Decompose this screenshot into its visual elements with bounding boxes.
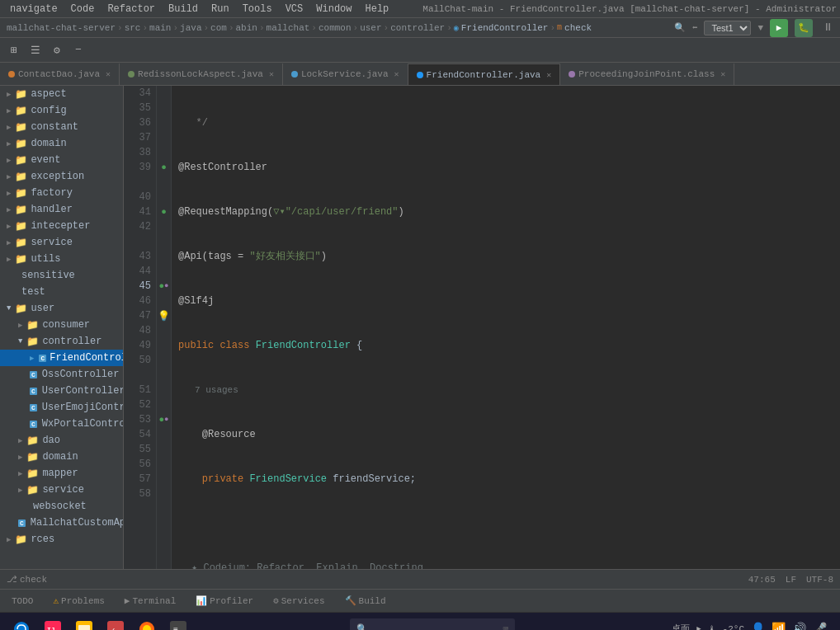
toolbar-structure-btn[interactable]: ⊞: [5, 41, 23, 59]
expand-arrow-event: ▶: [7, 156, 11, 165]
menu-run[interactable]: Run: [205, 2, 236, 16]
menu-vcs[interactable]: VCS: [279, 2, 310, 16]
folder-icon-dao: 📁: [26, 435, 39, 447]
breadcrumb-friendcontroller[interactable]: FriendController: [461, 23, 549, 33]
sidebar-item-utils[interactable]: ▶ 📁 utils: [0, 251, 123, 267]
mic-icon: 🎤: [813, 622, 827, 630]
sidebar-item-intecepter[interactable]: ▶ 📁 intecepter: [0, 218, 123, 234]
breadcrumb-check[interactable]: check: [564, 23, 592, 33]
sidebar-item-exception[interactable]: ▶ 📁 exception: [0, 168, 123, 185]
taskbar-app1[interactable]: ✓: [101, 616, 130, 631]
sidebar-item-controller[interactable]: ▼ 📁 controller: [0, 333, 123, 350]
sidebar-item-rces[interactable]: ▶ 📁 rces: [0, 531, 123, 548]
menu-window[interactable]: Window: [309, 2, 358, 16]
run-button[interactable]: ▶: [770, 19, 788, 37]
sidebar-item-aspect[interactable]: ▶ 📁 aspect: [0, 86, 123, 102]
sidebar-item-dao[interactable]: ▶ 📁 dao: [0, 432, 123, 449]
tab-services[interactable]: ⚙ Services: [268, 594, 329, 608]
tab-todo[interactable]: TODO: [7, 595, 38, 608]
tab-todo-label: TODO: [12, 596, 33, 606]
breadcrumb-mallchat[interactable]: mallchat: [267, 23, 310, 33]
code-line-40: @Resource: [178, 427, 833, 442]
sidebar-item-service2[interactable]: ▶ 📁 service: [0, 482, 123, 498]
breadcrumb-com[interactable]: com: [210, 23, 227, 33]
sidebar-item-constant[interactable]: ▶ 📁 constant: [0, 119, 123, 135]
folder-icon-service2: 📁: [26, 484, 39, 496]
taskbar-explorer[interactable]: [69, 616, 99, 631]
run-config-select[interactable]: Test1: [704, 21, 751, 35]
tab-profiler[interactable]: 📊 Profiler: [191, 594, 258, 608]
breadcrumb-abin[interactable]: abin: [236, 23, 257, 33]
sidebar-item-event[interactable]: ▶ 📁 event: [0, 152, 123, 168]
tab-close-friendcontroller[interactable]: ✕: [546, 70, 551, 80]
sidebar-item-useremoji[interactable]: C UserEmojiControlle...: [0, 399, 123, 416]
folder-icon-controller: 📁: [26, 336, 39, 348]
sidebar-item-mapper[interactable]: ▶ 📁 mapper: [0, 465, 123, 482]
folder-icon-service: 📁: [15, 237, 27, 249]
sidebar-item-websocket[interactable]: websocket: [0, 498, 123, 515]
taskbar-edge[interactable]: [7, 616, 36, 631]
sidebar-label-friendcontroller: FriendController: [50, 352, 124, 364]
sidebar-item-usercontroller[interactable]: C UserController: [0, 383, 123, 399]
taskbar-idea[interactable]: IJ: [38, 616, 68, 631]
sidebar-item-config[interactable]: ▶ 📁 config: [0, 102, 123, 119]
code-area[interactable]: 34 35 36 37 38 39 . 40 41 42 . 43 44 45 …: [124, 86, 840, 569]
folder-icon-exception: 📁: [15, 171, 27, 183]
sidebar-label-handler: handler: [31, 204, 72, 215]
menu-code[interactable]: Code: [64, 2, 101, 16]
tab-terminal[interactable]: ▶ Terminal: [120, 594, 181, 608]
tab-close-proceedingjoinpoint[interactable]: ✕: [720, 69, 725, 79]
menu-tools[interactable]: Tools: [236, 2, 279, 16]
tab-contactdao[interactable]: ContactDao.java ✕: [0, 63, 120, 85]
sidebar-item-user[interactable]: ▼ 📁 user: [0, 300, 123, 317]
sidebar-item-osscontroller[interactable]: C OssController: [0, 366, 123, 383]
toolbar-settings-btn[interactable]: ⚙: [48, 41, 66, 59]
sidebar-item-consumer[interactable]: ▶ 📁 consumer: [0, 317, 123, 333]
sidebar-label-mallchat: MallchatCustomApplic...: [31, 517, 124, 529]
sidebar-item-mallchat[interactable]: C MallchatCustomApplic...: [0, 515, 123, 531]
tab-lockservice[interactable]: LockService.java ✕: [283, 63, 408, 85]
tab-problems[interactable]: ⚠ Problems: [48, 594, 109, 608]
tab-friendcontroller[interactable]: FriendController.java ✕: [408, 63, 561, 85]
sidebar-item-wxportal[interactable]: C WxPortalControlle...: [0, 416, 123, 432]
tab-redissonlock[interactable]: RedissonLockAspect.java ✕: [120, 63, 283, 85]
status-branch[interactable]: ⎇ check: [7, 574, 47, 585]
breadcrumb-user[interactable]: user: [360, 23, 381, 33]
tab-close-redissonlock[interactable]: ✕: [269, 69, 274, 79]
tab-proceedingjoinpoint[interactable]: ProceedingJoinPoint.class ✕: [560, 63, 734, 85]
sidebar-label-useremoji: UserEmojiControlle...: [42, 402, 124, 413]
taskbar-firefox[interactable]: [132, 616, 162, 631]
breadcrumb-project[interactable]: mallchat-chat-server: [7, 23, 116, 33]
sidebar-item-factory[interactable]: ▶ 📁 factory: [0, 185, 123, 201]
tab-close-contactdao[interactable]: ✕: [106, 69, 111, 79]
breadcrumb-src[interactable]: src: [125, 23, 141, 33]
breadcrumb-controller[interactable]: controller: [390, 23, 445, 33]
menu-build[interactable]: Build: [162, 2, 205, 16]
menu-navigate[interactable]: navigate: [3, 2, 64, 16]
taskbar-app2[interactable]: ≡: [163, 616, 193, 631]
svg-point-0: [14, 622, 29, 631]
toolbar-minus-btn[interactable]: −: [69, 41, 87, 59]
code-editor: 34 35 36 37 38 39 . 40 41 42 . 43 44 45 …: [124, 86, 840, 569]
sidebar-label-exception: exception: [31, 171, 84, 182]
breadcrumb-main[interactable]: main: [149, 23, 171, 33]
sidebar-item-handler[interactable]: ▶ 📁 handler: [0, 201, 123, 218]
menu-refactor[interactable]: Refactor: [101, 2, 162, 16]
sidebar-item-domain2[interactable]: ▶ 📁 domain: [0, 449, 123, 465]
sidebar-item-test[interactable]: test: [0, 284, 123, 300]
tab-build[interactable]: 🔨 Build: [340, 594, 391, 608]
debug-button[interactable]: 🐛: [795, 19, 813, 37]
sidebar-item-service[interactable]: ▶ 📁 service: [0, 234, 123, 251]
sidebar-item-friendcontroller[interactable]: ▶ C FriendController: [0, 350, 123, 366]
taskbar-search[interactable]: 🔍 ⌨: [350, 618, 515, 631]
breadcrumb-common[interactable]: common: [319, 23, 352, 33]
menu-help[interactable]: Help: [359, 2, 396, 16]
sidebar-item-sensitive[interactable]: sensitive: [0, 267, 123, 284]
code-line-35: @RestController: [178, 160, 833, 175]
tab-close-lockservice[interactable]: ✕: [394, 69, 399, 79]
svg-rect-6: [107, 621, 124, 631]
breadcrumb-java[interactable]: java: [180, 23, 201, 33]
sidebar-item-domain[interactable]: ▶ 📁 domain: [0, 135, 123, 152]
toolbar-recent-btn[interactable]: ☰: [26, 41, 45, 59]
code-line-38: @Slf4j: [178, 294, 833, 308]
